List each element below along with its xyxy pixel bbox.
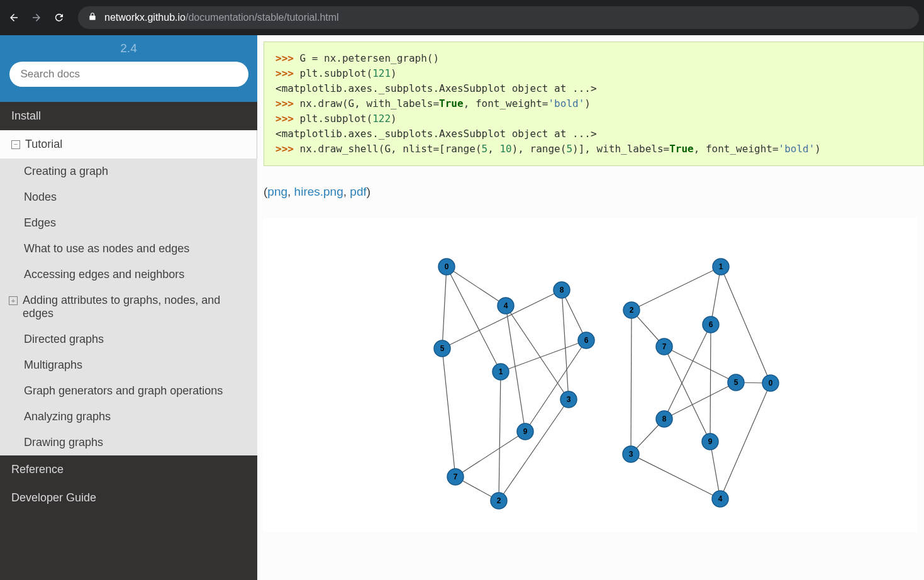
graph-node-label: 4 [718, 494, 723, 503]
graph-node-label: 5 [734, 378, 738, 387]
graph-edge [632, 267, 721, 310]
reload-button[interactable] [50, 9, 68, 26]
graph-node-label: 4 [504, 301, 508, 310]
graph-node-label: 6 [584, 336, 589, 345]
expand-icon[interactable]: + [9, 296, 18, 305]
nav-sub-what-to-use-as-nodes-and-edges[interactable]: What to use as nodes and edges [0, 236, 257, 262]
graph-edge [720, 383, 771, 499]
back-button[interactable] [5, 9, 23, 26]
url-text: networkx.github.io/documentation/stable/… [104, 12, 339, 23]
graph-edge [664, 382, 736, 419]
nav-item-install[interactable]: Install [0, 102, 257, 130]
graph-node-label: 7 [454, 472, 458, 481]
link-png[interactable]: png [267, 185, 287, 198]
graph-node-label: 2 [497, 496, 501, 505]
graph-node-label: 0 [445, 262, 449, 271]
graph-node-label: 2 [630, 306, 634, 315]
search-input[interactable] [9, 62, 248, 87]
graph-edge [721, 267, 771, 383]
graph-edge [664, 347, 736, 382]
nav-sub-label: Graph generators and graph operations [24, 384, 223, 398]
nav-sub-label: Accessing edges and neighbors [24, 268, 184, 281]
nav-sub-label: Nodes [24, 191, 57, 204]
nav-sub-graph-generators-and-graph-ope[interactable]: Graph generators and graph operations [0, 378, 257, 404]
graph-edge [447, 267, 506, 306]
sidebar: 2.4 Install−TutorialCreating a graphNode… [0, 35, 257, 580]
nav-item-reference[interactable]: Reference [0, 455, 257, 484]
graph-node-label: 9 [708, 437, 713, 446]
graph-node-label: 0 [769, 379, 773, 388]
nav-sub-label: Multigraphs [24, 359, 82, 372]
graph-edge [442, 267, 447, 349]
graph-edge [442, 349, 455, 477]
graph-edge [506, 306, 569, 399]
link-hires[interactable]: hires.png [294, 185, 343, 198]
main-content: >>> G = nx.petersen_graph() >>> plt.subp… [257, 35, 924, 580]
nav-sub-edges[interactable]: Edges [0, 210, 257, 236]
nav-item-tutorial[interactable]: −Tutorial [0, 130, 257, 159]
graph-node-label: 1 [499, 367, 503, 376]
nav-sub-label: Drawing graphs [24, 436, 103, 449]
graph-node-label: 8 [560, 286, 564, 294]
nav-sub-label: Creating a graph [24, 165, 108, 178]
nav-item-developer-guide[interactable]: Developer Guide [0, 484, 257, 512]
graph-edge [562, 290, 569, 399]
graph-node-label: 3 [567, 395, 571, 404]
graph-figure: 01234567890123456789 [264, 218, 918, 532]
graph-edge [499, 399, 569, 501]
graph-node-label: 8 [662, 415, 667, 423]
nav-sub-adding-attributes-to-graphs-no[interactable]: +Adding attributes to graphs, nodes, and… [0, 287, 257, 326]
graph-edge [710, 442, 720, 499]
nav-sub-creating-a-graph[interactable]: Creating a graph [0, 159, 257, 184]
graph-edge [664, 325, 711, 419]
nav-sub-label: What to use as nodes and edges [24, 242, 189, 255]
link-pdf[interactable]: pdf [350, 185, 366, 198]
graph-node-label: 1 [719, 262, 723, 271]
graph-node-label: 6 [709, 320, 713, 329]
graph-edge [455, 432, 525, 477]
nav-sub-label: Edges [24, 216, 56, 230]
collapse-icon[interactable]: − [11, 140, 20, 149]
nav-sub-directed-graphs[interactable]: Directed graphs [0, 326, 257, 352]
nav-sub-drawing-graphs[interactable]: Drawing graphs [0, 430, 257, 455]
graph-node-label: 9 [523, 427, 528, 436]
download-links: (png, hires.png, pdf) [257, 166, 924, 218]
forward-button[interactable] [28, 9, 45, 26]
nav-sub-label: Analyzing graphs [24, 410, 111, 423]
graph-edge [499, 372, 501, 501]
graph-edge [711, 267, 721, 325]
graph-edge [710, 325, 711, 442]
code-block: >>> G = nx.petersen_graph() >>> plt.subp… [264, 42, 924, 166]
graph-edge [664, 347, 710, 442]
version-label: 2.4 [120, 42, 136, 62]
nav-sub-multigraphs[interactable]: Multigraphs [0, 352, 257, 378]
nav-sub-label: Directed graphs [24, 333, 104, 346]
url-bar[interactable]: networkx.github.io/documentation/stable/… [78, 6, 919, 29]
nav-sub-nodes[interactable]: Nodes [0, 184, 257, 210]
nav-label: Tutorial [25, 138, 62, 151]
graph-node-label: 3 [629, 450, 633, 459]
nav-sub-label: Adding attributes to graphs, nodes, and … [23, 294, 246, 320]
nav-sub-analyzing-graphs[interactable]: Analyzing graphs [0, 404, 257, 430]
browser-toolbar: networkx.github.io/documentation/stable/… [0, 0, 924, 35]
nav-sub-accessing-edges-and-neighbors[interactable]: Accessing edges and neighbors [0, 262, 257, 287]
graph-edge [447, 267, 501, 372]
graph-edge [631, 454, 720, 499]
graph-edge [631, 310, 632, 454]
lock-icon [88, 12, 97, 23]
graph-node-label: 7 [662, 342, 667, 351]
graph-node-label: 5 [440, 344, 445, 353]
